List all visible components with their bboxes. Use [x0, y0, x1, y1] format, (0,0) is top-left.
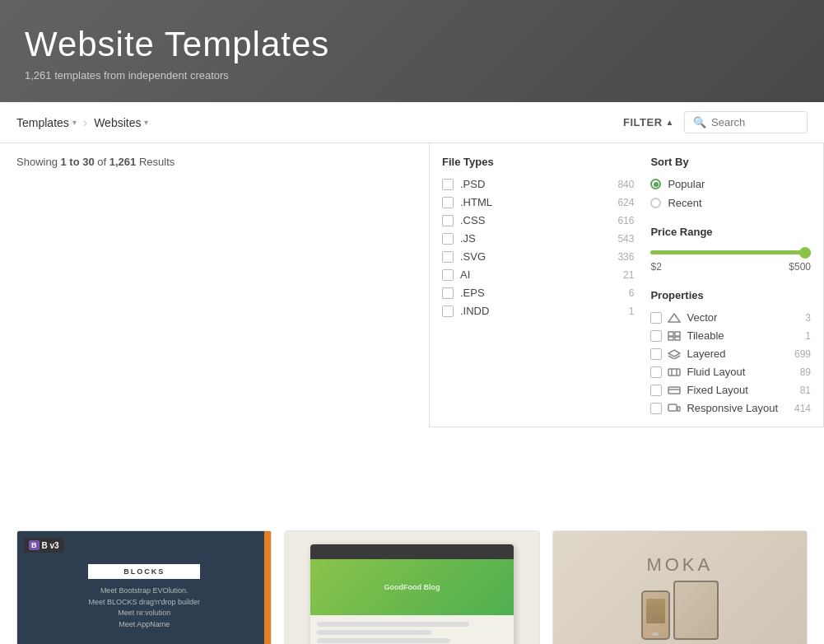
page-header: Website Templates 1,261 templates from i…: [0, 0, 824, 102]
js-checkbox[interactable]: [442, 233, 454, 245]
filter-overlay: File Types .PSD 840 .HTML 624 .CSS 616: [429, 143, 824, 427]
sort-popular-label: Popular: [668, 178, 705, 190]
results-range: 1 to 30: [60, 156, 94, 168]
svg-rect-2: [675, 332, 680, 336]
card1-content: BLOCKS Meet Bootstrap EVOlution. Meet BL…: [88, 564, 200, 630]
breadcrumb-right: FILTER ▲ 🔍: [623, 111, 808, 133]
js-label: .JS: [460, 232, 611, 245]
file-type-indd[interactable]: .INDD 1: [442, 305, 634, 317]
fixed-layout-checkbox[interactable]: [650, 385, 662, 396]
price-range-section: Price Range $2 $500: [650, 226, 811, 273]
svg-marker-0: [668, 314, 680, 322]
file-type-js[interactable]: .JS 543: [442, 232, 634, 245]
svg-rect-3: [668, 337, 673, 340]
svg-rect-9: [668, 387, 680, 394]
tileable-count: 1: [805, 330, 811, 342]
template-grid: B B v3 BLOCKS Meet Bootstrap EVOlution. …: [16, 530, 808, 644]
fixed-layout-label: Fixed Layout: [687, 384, 794, 396]
prop-fluid-layout[interactable]: Fluid Layout 89: [650, 366, 811, 378]
sort-options: Popular Recent: [650, 178, 811, 209]
breadcrumb-templates-label: Templates: [16, 116, 69, 129]
sort-popular[interactable]: Popular: [650, 178, 811, 190]
file-type-list: .PSD 840 .HTML 624 .CSS 616 .JS 543: [442, 178, 634, 317]
card2-bg: GoodFood Blog: [285, 531, 538, 644]
price-labels: $2 $500: [650, 261, 811, 273]
template-card-1[interactable]: B B v3 BLOCKS Meet Bootstrap EVOlution. …: [16, 530, 272, 644]
chevron-down-icon: ▾: [72, 118, 77, 127]
sort-recent-radio[interactable]: [650, 198, 661, 208]
layered-checkbox[interactable]: [650, 348, 662, 360]
price-slider-fill: [650, 250, 811, 254]
card2-line1: [317, 622, 469, 627]
file-type-ai[interactable]: AI 21: [442, 268, 634, 281]
breadcrumb-websites-label: Websites: [94, 116, 141, 129]
file-type-psd[interactable]: .PSD 840: [442, 178, 634, 190]
tileable-checkbox[interactable]: [650, 330, 662, 342]
vector-icon: [667, 312, 682, 324]
card3-bg: MOKA: [553, 531, 807, 644]
card3-devices: [641, 581, 719, 640]
prop-responsive-layout[interactable]: Responsive Layout 414: [650, 402, 811, 414]
file-type-css[interactable]: .CSS 616: [442, 214, 634, 226]
svg-rect-6: [668, 369, 680, 376]
fixed-layout-icon: [667, 385, 682, 396]
search-input[interactable]: [711, 116, 798, 128]
template-card-3[interactable]: MOKA Moka - HTML Template: [552, 530, 808, 644]
tileable-label: Tileable: [687, 329, 800, 342]
card2-line2: [317, 630, 431, 635]
psd-checkbox[interactable]: [442, 179, 454, 190]
responsive-layout-icon: [667, 403, 682, 414]
ai-checkbox[interactable]: [442, 269, 454, 281]
eps-checkbox[interactable]: [442, 287, 454, 299]
card2-header: [310, 544, 514, 559]
eps-label: .EPS: [460, 287, 622, 299]
card2-mockup: GoodFood Blog: [310, 544, 514, 644]
ai-count: 21: [623, 269, 634, 281]
main-content: Showing 1 to 30 of 1,261 Results File Ty…: [0, 143, 824, 644]
card1-taglines: Meet Bootstrap EVOlution. Meet BLOCKS dr…: [88, 586, 200, 630]
eps-count: 6: [629, 287, 635, 299]
sort-popular-radio[interactable]: [650, 179, 661, 189]
page-title: Website Templates: [25, 25, 799, 64]
layered-count: 699: [794, 348, 811, 360]
sort-recent[interactable]: Recent: [650, 197, 811, 209]
price-max-label: $500: [789, 261, 811, 273]
vector-checkbox[interactable]: [650, 312, 662, 324]
breadcrumb-websites[interactable]: Websites ▾: [94, 116, 148, 129]
responsive-layout-checkbox[interactable]: [650, 403, 662, 414]
properties-list: Vector 3 Tileable 1 Layered: [650, 311, 811, 414]
price-slider-thumb[interactable]: [799, 247, 811, 259]
sort-title: Sort By: [650, 156, 811, 168]
prop-tileable[interactable]: Tileable 1: [650, 329, 811, 342]
card1-orange-bar: [264, 531, 271, 644]
bootstrap-icon: B: [29, 540, 40, 550]
filter-button[interactable]: FILTER ▲: [623, 116, 674, 128]
html-checkbox[interactable]: [442, 197, 454, 208]
breadcrumb-bar: Templates ▾ › Websites ▾ FILTER ▲ 🔍: [0, 102, 824, 143]
svg-checkbox[interactable]: [442, 251, 454, 263]
indd-checkbox[interactable]: [442, 306, 454, 317]
template-card-2[interactable]: GoodFood Blog GoodFood – Respons... by F…: [284, 530, 539, 644]
svg-count: 336: [617, 251, 634, 263]
vector-count: 3: [805, 312, 811, 324]
fluid-layout-checkbox[interactable]: [650, 366, 662, 378]
search-box[interactable]: 🔍: [684, 111, 808, 133]
file-type-eps[interactable]: .EPS 6: [442, 287, 634, 299]
filter-right-panel: Sort By Popular Recent Price Range: [650, 156, 811, 414]
blocks-label: BLOCKS: [88, 564, 200, 579]
svg-label: .SVG: [460, 250, 611, 263]
of-text: of: [95, 156, 109, 168]
file-types-section: File Types .PSD 840 .HTML 624 .CSS 616: [442, 156, 634, 414]
price-range-title: Price Range: [650, 226, 811, 238]
css-checkbox[interactable]: [442, 215, 454, 226]
prop-vector[interactable]: Vector 3: [650, 311, 811, 324]
breadcrumb-templates[interactable]: Templates ▾: [16, 116, 77, 129]
svg-rect-1: [668, 332, 673, 336]
fixed-layout-count: 81: [800, 385, 811, 396]
file-type-svg[interactable]: .SVG 336: [442, 250, 634, 263]
ai-label: AI: [460, 268, 617, 281]
prop-layered[interactable]: Layered 699: [650, 348, 811, 360]
price-slider-track[interactable]: [650, 250, 811, 254]
file-type-html[interactable]: .HTML 624: [442, 196, 634, 208]
prop-fixed-layout[interactable]: Fixed Layout 81: [650, 384, 811, 396]
